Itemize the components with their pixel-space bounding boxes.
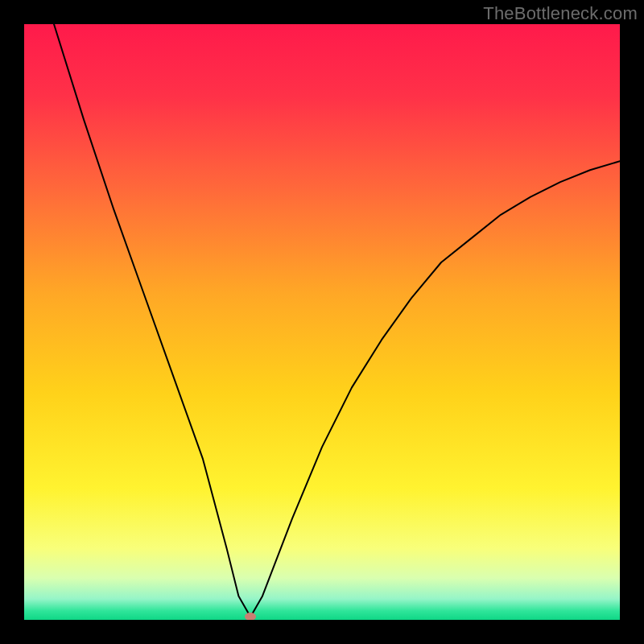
optimum-marker — [245, 613, 256, 620]
watermark-label: TheBottleneck.com — [483, 3, 638, 24]
bottleneck-curve — [24, 24, 620, 620]
chart-stage: TheBottleneck.com — [0, 0, 644, 644]
plot-area — [24, 24, 620, 620]
